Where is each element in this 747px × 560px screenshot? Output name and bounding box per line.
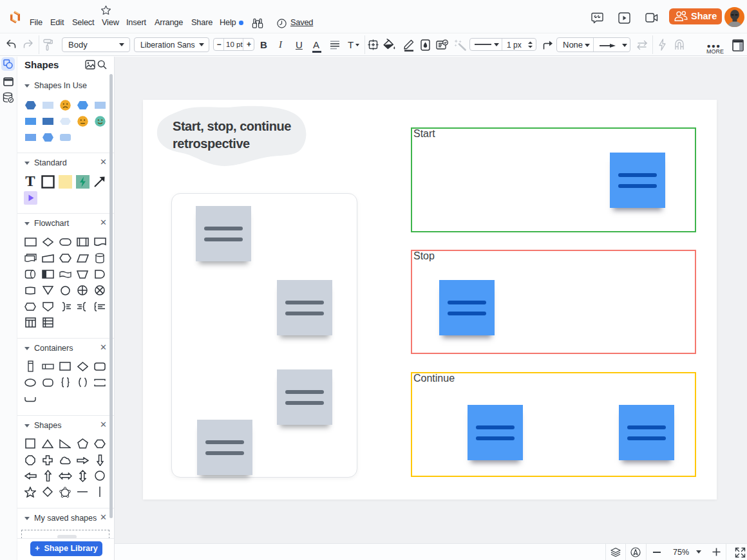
svg-text:T: T bbox=[25, 174, 35, 189]
